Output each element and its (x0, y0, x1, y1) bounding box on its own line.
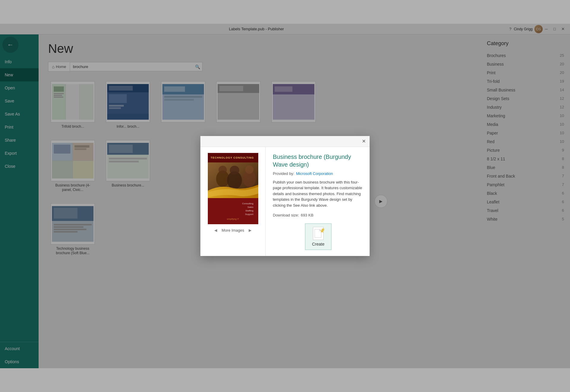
download-size: 693 KB (301, 213, 314, 217)
brochure-title-text: TECHNOLOGY CONSULTING (211, 156, 254, 159)
create-button[interactable]: ★ Create (305, 223, 332, 250)
modal-provider: Provided by: Microsoft Corporation (273, 171, 364, 176)
svg-point-50 (218, 166, 227, 174)
create-button-label: Create (312, 242, 324, 246)
modal-image-side: TECHNOLOGY CONSULTING (200, 147, 266, 256)
brochure-photo-svg (208, 162, 258, 198)
brochure-line-2: Sales (247, 206, 253, 208)
modal-product-title: Business brochure (Burgundy Wave design) (273, 153, 364, 168)
brochure-line-3: Staffing (246, 209, 254, 212)
brochure-header: TECHNOLOGY CONSULTING (208, 153, 258, 162)
download-label: Download size: (273, 213, 299, 217)
app-window: Labels Template.pub - Publisher ? Cindy … (0, 24, 570, 368)
create-document-icon: ★ (313, 227, 324, 240)
modal-body: TECHNOLOGY CONSULTING (200, 147, 370, 256)
modal-header: ✕ (200, 136, 370, 147)
brochure-preview: TECHNOLOGY CONSULTING (208, 153, 258, 224)
svg-rect-55 (315, 229, 321, 238)
modal-info-side: Business brochure (Burgundy Wave design)… (266, 147, 370, 256)
svg-point-52 (230, 166, 239, 175)
provided-by-label: Provided by: (273, 171, 294, 176)
modal-overlay: ✕ TECHNOLOGY CONSULTING (0, 24, 570, 368)
brochure-bottom: Consulting Sales Staffing Support simpli… (208, 198, 258, 224)
svg-point-54 (245, 165, 254, 174)
provider-link[interactable]: Microsoft Corporation (296, 171, 333, 176)
create-button-container: ★ Create (273, 223, 364, 250)
modal-dialog: ✕ TECHNOLOGY CONSULTING (200, 136, 370, 256)
brochure-line-1: Consulting (242, 202, 254, 205)
more-images-label: More Images (222, 228, 244, 233)
brochure-photo (208, 162, 258, 198)
brochure-footer-text: simplifying IT (227, 218, 239, 220)
next-image-button[interactable]: ► (248, 228, 252, 233)
brochure-line-4: Support (245, 213, 253, 216)
modal-image-nav: ◄ More Images ► (213, 228, 253, 233)
prev-image-button[interactable]: ◄ (213, 228, 218, 233)
modal-close-button[interactable]: ✕ (360, 138, 367, 145)
modal-download-info: Download size: 693 KB (273, 213, 364, 217)
modal-description: Publish your own business brochure with … (273, 179, 364, 208)
